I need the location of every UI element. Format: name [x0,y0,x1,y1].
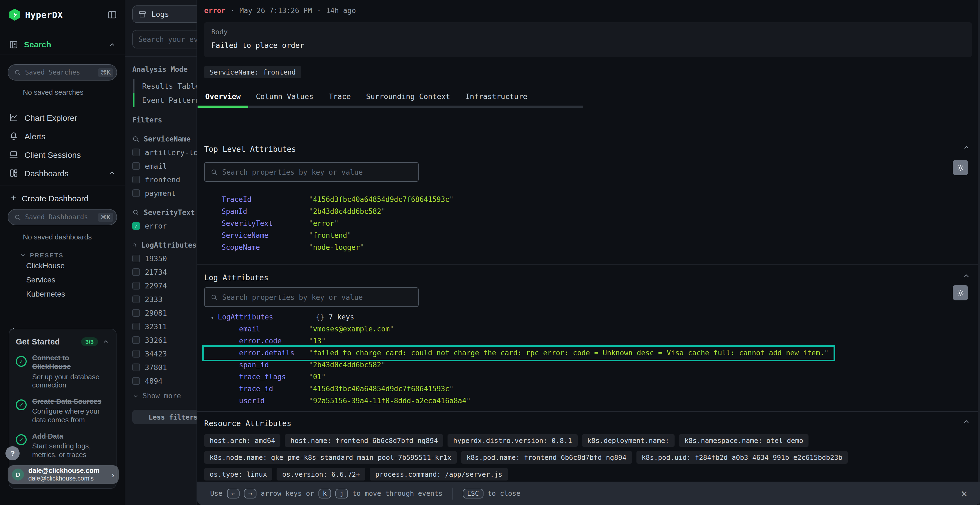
attribute-row[interactable]: TraceId4156d3fbc40a64854d9dc7f68641593c [204,194,453,206]
filter-option-error[interactable]: ✓error [132,221,197,230]
attribute-value[interactable]: 13 [309,335,326,347]
sidebar-item-chart-explorer[interactable]: Chart Explorer [0,108,125,127]
mode-event-patterns[interactable]: Event Patterns [133,93,197,107]
resource-chip[interactable]: os.type: linux [204,468,272,481]
sidebar-item-client-sessions[interactable]: Client Sessions [0,145,125,164]
service-name-chip[interactable]: ServiceName: frontend [204,66,301,78]
sidebar-item-kubernetes[interactable]: Kubernetes [26,287,125,301]
attribute-key[interactable]: span_id [239,359,309,371]
resource-chip[interactable]: k8s.namespace.name: otel-demo [679,434,809,447]
sidebar-item-clickhouse[interactable]: ClickHouse [26,259,125,273]
attribute-key[interactable]: error.code [239,335,309,347]
mode-results-table[interactable]: Results Table [133,79,197,93]
scrollbar[interactable] [978,0,980,505]
checkbox[interactable] [132,189,140,197]
attribute-value[interactable]: frontend [309,230,352,241]
saved-searches-search[interactable]: ⌘K [8,64,117,81]
attribute-value[interactable]: 01 [309,371,326,383]
filter-option[interactable]: 37801 [132,363,197,372]
tab-column-values[interactable]: Column Values [248,87,321,106]
filter-option[interactable]: 22974 [132,281,197,290]
checkbox[interactable] [132,149,140,156]
filter-option[interactable]: 21734 [132,268,197,276]
log-attributes-root-row[interactable]: ▾ LogAttributes {} 7 keys [204,311,354,324]
collapse-section-button[interactable] [963,144,970,154]
attribute-value[interactable]: vmoses@example.com [309,323,394,335]
resource-chip[interactable]: host.arch: amd64 [204,434,281,447]
checkbox[interactable] [132,309,140,317]
attribute-value[interactable]: 92a55156-39a4-11f0-8ddd-a2eca416a8a4 [309,395,471,407]
sidebar-item-services[interactable]: Services [26,273,125,287]
checkbox[interactable] [132,350,140,357]
checkbox-checked[interactable]: ✓ [132,222,140,230]
chevron-up-icon[interactable] [108,41,116,48]
filter-option[interactable]: 19350 [132,254,197,263]
attribute-value[interactable]: 4156d3fbc40a64854d9dc7f68641593c [309,194,453,206]
sidebar-collapse-button[interactable] [107,10,117,20]
attribute-value[interactable]: 2b43d0c4dd6bc582 [309,206,385,218]
resource-chip[interactable]: host.name: frontend-6b6c8d7bfd-ng894 [285,434,444,447]
attribute-key[interactable]: LogAttributes [218,311,316,323]
attribute-row[interactable]: trace_id4156d3fbc40a64854d9dc7f68641593c [204,383,453,395]
top-level-property-search[interactable] [204,162,419,182]
attribute-row-highlighted[interactable]: error.detailsfailed to charge card: coul… [204,347,833,359]
top-level-settings-button[interactable] [953,160,968,175]
chevron-up-icon[interactable] [102,338,110,345]
filter-group-severitytext[interactable]: SeverityText [132,208,197,217]
close-icon[interactable]: × [961,488,967,499]
show-more-button[interactable]: Show more [132,392,197,400]
attribute-row[interactable]: SpanId2b43d0c4dd6bc582 [204,206,385,218]
collapse-section-button[interactable] [963,418,970,428]
attribute-row[interactable]: trace_flags01 [204,371,326,383]
checkbox[interactable] [132,364,140,371]
attribute-row[interactable]: emailvmoses@example.com [204,323,394,335]
filter-option[interactable]: payment [132,189,197,197]
checkbox[interactable] [132,282,140,289]
checkbox[interactable] [132,255,140,262]
collapse-section-button[interactable] [963,272,970,282]
attribute-row[interactable]: ServiceNamefrontend [204,230,352,241]
resource-chip[interactable]: k8s.node.name: gke-pme-k8s-standard-main… [204,451,457,464]
log-attributes-search-input[interactable] [222,293,412,301]
filter-option[interactable]: 33261 [132,336,197,345]
saved-dashboards-search[interactable]: ⌘K [8,209,117,225]
attribute-row[interactable]: error.code13 [204,335,326,347]
attribute-value[interactable]: error [309,218,339,230]
attribute-key[interactable]: email [239,323,309,335]
top-level-search-input[interactable] [222,168,412,176]
checkbox[interactable] [132,323,140,330]
attribute-key[interactable]: SeverityText [221,218,309,230]
sidebar-item-search[interactable]: Search [0,35,125,54]
filter-option[interactable]: 29081 [132,308,197,317]
filter-group-servicename[interactable]: ServiceName [132,135,197,143]
checkbox[interactable] [132,268,140,276]
chevron-up-icon[interactable] [108,169,116,177]
attribute-row[interactable]: ScopeNamenode-logger [204,241,364,254]
attribute-key[interactable]: userId [239,395,309,407]
sidebar-item-alerts[interactable]: Alerts [0,127,125,145]
attribute-value[interactable]: failed to charge card: could not charge … [309,347,829,359]
filter-option[interactable]: 2333 [132,295,197,304]
filter-option[interactable]: artillery-loadgen [132,148,197,157]
filter-option[interactable]: 32311 [132,322,197,331]
filter-group-logattributes[interactable]: LogAttributes [132,241,197,249]
resource-chip[interactable]: hyperdx.distro.version: 0.8.1 [448,434,578,447]
checkbox[interactable] [132,162,140,170]
attribute-row[interactable]: userId92a55156-39a4-11f0-8ddd-a2eca416a8… [204,395,471,407]
attribute-row[interactable]: SeverityTexterror [204,218,339,230]
get-started-step-add-data[interactable]: ✓ Add Data Start sending logs, metrics, … [16,432,110,459]
resource-chip[interactable]: k8s.pod.name: frontend-6b6c8d7bfd-ng894 [461,451,632,464]
tab-overview[interactable]: Overview [197,87,248,108]
log-attributes-settings-button[interactable] [953,285,968,300]
saved-dashboards-input[interactable] [25,213,94,221]
tab-trace[interactable]: Trace [321,87,358,106]
tree-caret-icon[interactable]: ▾ [211,312,218,324]
attribute-key[interactable]: SpanId [221,206,309,218]
create-dashboard-button[interactable]: + Create Dashboard [0,186,125,206]
resource-chip[interactable]: k8s.pod.uid: f284fb2d-a0b3-4634-991b-e2c… [636,451,848,464]
attribute-value[interactable]: 2b43d0c4dd6bc582 [309,359,385,371]
resource-chip[interactable]: os.version: 6.6.72+ [277,468,366,481]
attribute-key[interactable]: ServiceName [221,230,309,241]
attribute-key[interactable]: trace_flags [239,371,309,383]
attribute-key[interactable]: trace_id [239,383,309,395]
